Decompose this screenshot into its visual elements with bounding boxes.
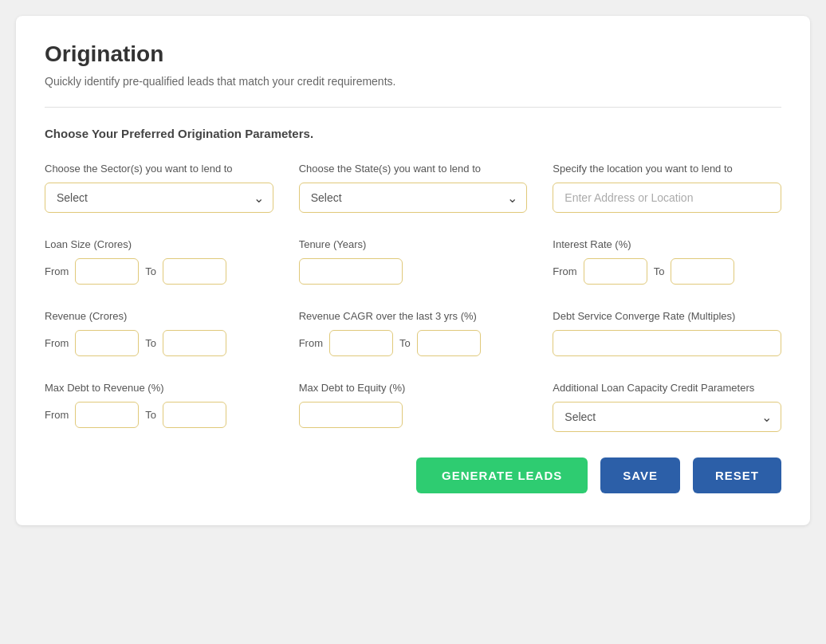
revenue-label: Revenue (Crores)	[45, 310, 273, 322]
location-label: Specify the location you want to lend to	[553, 163, 781, 175]
debt-service-input[interactable]	[553, 330, 781, 356]
mdr-to-input[interactable]	[163, 402, 226, 428]
sector-label: Choose the Sector(s) you want to lend to	[45, 163, 273, 175]
main-card: Origination Quickly identify pre-qualifi…	[16, 16, 810, 525]
page-subtitle: Quickly identify pre-qualified leads tha…	[45, 75, 781, 88]
additional-loan-label: Additional Loan Capacity Credit Paramete…	[553, 382, 781, 394]
interest-rate-range: From To	[553, 258, 781, 285]
state-label: Choose the State(s) you want to lend to	[299, 163, 528, 175]
revenue-from-input[interactable]	[75, 330, 139, 356]
revenue-cagr-field: Revenue CAGR over the last 3 yrs (%) Fro…	[299, 310, 528, 356]
revenue-to-label: To	[145, 337, 156, 349]
cagr-to-label: To	[399, 337, 411, 349]
interest-from-label: From	[553, 265, 576, 277]
max-debt-equity-label: Max Debt to Equity (%)	[299, 382, 528, 394]
mdr-to-label: To	[145, 409, 156, 421]
loan-size-to-input[interactable]	[163, 258, 226, 285]
revenue-field: Revenue (Crores) From To	[45, 310, 273, 356]
additional-loan-select[interactable]: Select	[553, 402, 781, 432]
mdr-from-input[interactable]	[75, 402, 139, 428]
save-button[interactable]: SAVE	[600, 457, 680, 493]
revenue-range: From To	[45, 330, 273, 356]
state-field: Choose the State(s) you want to lend to …	[299, 163, 528, 213]
state-select[interactable]: Select	[299, 183, 528, 213]
debt-service-field: Debt Service Converge Rate (Multiples)	[553, 310, 781, 356]
loan-size-range: From To	[45, 258, 273, 285]
additional-loan-field: Additional Loan Capacity Credit Paramete…	[553, 382, 781, 432]
tenure-range	[299, 258, 528, 285]
max-debt-revenue-range: From To	[45, 402, 273, 428]
max-debt-revenue-field: Max Debt to Revenue (%) From To	[45, 382, 273, 432]
max-debt-equity-input[interactable]	[299, 402, 403, 428]
max-debt-equity-field: Max Debt to Equity (%)	[299, 382, 528, 432]
cagr-from-input[interactable]	[329, 330, 393, 356]
section-title: Choose Your Preferred Origination Parame…	[45, 127, 781, 140]
generate-leads-button[interactable]: GENERATE LEADS	[416, 457, 588, 493]
debt-service-label: Debt Service Converge Rate (Multiples)	[553, 310, 781, 322]
location-field: Specify the location you want to lend to	[553, 163, 781, 213]
additional-loan-select-wrapper: Select ⌄	[553, 402, 781, 432]
page-title: Origination	[45, 41, 781, 67]
row-2: Loan Size (Crores) From To Tenure (Years…	[45, 238, 781, 285]
max-debt-revenue-label: Max Debt to Revenue (%)	[45, 382, 273, 394]
interest-from-input[interactable]	[584, 258, 647, 285]
loan-size-to-label: To	[145, 265, 156, 277]
loan-size-label: Loan Size (Crores)	[45, 238, 273, 250]
tenure-input[interactable]	[299, 258, 403, 285]
actions-row: GENERATE LEADS SAVE RESET	[45, 457, 781, 493]
sector-field: Choose the Sector(s) you want to lend to…	[45, 163, 273, 213]
location-input[interactable]	[553, 183, 781, 213]
tenure-field: Tenure (Years)	[299, 238, 528, 285]
row-4: Max Debt to Revenue (%) From To Max Debt…	[45, 382, 781, 432]
interest-to-input[interactable]	[671, 258, 734, 285]
sector-select-wrapper: Select ⌄	[45, 183, 273, 213]
interest-rate-field: Interest Rate (%) From To	[553, 238, 781, 285]
interest-to-label: To	[654, 265, 665, 277]
divider	[45, 107, 781, 108]
revenue-from-label: From	[45, 337, 69, 349]
revenue-to-input[interactable]	[163, 330, 226, 356]
state-select-wrapper: Select ⌄	[299, 183, 528, 213]
revenue-cagr-label: Revenue CAGR over the last 3 yrs (%)	[299, 310, 528, 322]
mdr-from-label: From	[45, 409, 69, 421]
reset-button[interactable]: RESET	[693, 457, 781, 493]
sector-select[interactable]: Select	[45, 183, 273, 213]
interest-rate-label: Interest Rate (%)	[553, 238, 781, 250]
tenure-label: Tenure (Years)	[299, 238, 528, 250]
row-1: Choose the Sector(s) you want to lend to…	[45, 163, 781, 213]
cagr-to-input[interactable]	[417, 330, 481, 356]
cagr-from-label: From	[299, 337, 323, 349]
revenue-cagr-range: From To	[299, 330, 528, 356]
row-3: Revenue (Crores) From To Revenue CAGR ov…	[45, 310, 781, 356]
loan-size-from-label: From	[45, 265, 69, 277]
loan-size-from-input[interactable]	[75, 258, 139, 285]
loan-size-field: Loan Size (Crores) From To	[45, 238, 273, 285]
